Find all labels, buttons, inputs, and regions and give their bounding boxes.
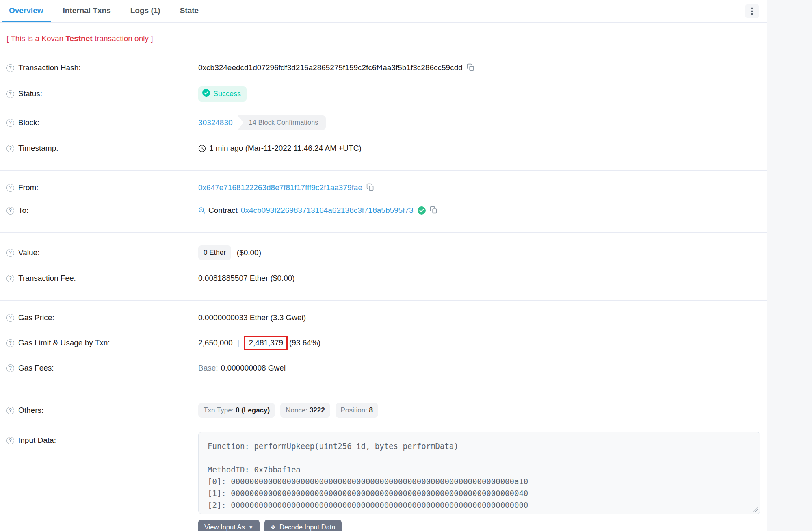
tab-logs[interactable]: Logs (1) [123, 0, 168, 22]
input-word-2: [2]: 00000000000000000000000000000000000… [208, 499, 751, 511]
to-address-link[interactable]: 0x4cb093f226983713164a62138c3f718a5b595f… [241, 206, 414, 215]
help-icon[interactable]: ? [6, 339, 14, 347]
row-gas-price: ? Gas Price: 0.0000000033 Ether (3.3 Gwe… [6, 306, 760, 329]
row-gas-fees: ? Gas Fees: Base: 0.000000008 Gwei [6, 357, 760, 379]
tab-bar: Overview Internal Txns Logs (1) State [0, 0, 767, 23]
clock-icon [198, 145, 206, 152]
tab-internal-txns[interactable]: Internal Txns [56, 0, 118, 22]
caret-down-icon: ▼ [249, 525, 253, 530]
gas-used-percent: (93.64%) [289, 338, 320, 347]
zoom-in-icon[interactable] [198, 207, 206, 214]
gas-price-label: Gas Price: [18, 313, 54, 322]
input-function-line: Function: performUpkeep(uint256 id, byte… [208, 440, 751, 452]
tab-state[interactable]: State [173, 0, 206, 22]
help-icon[interactable]: ? [6, 249, 14, 257]
others-label: Others: [18, 406, 43, 415]
copy-icon [467, 63, 474, 72]
from-address-link[interactable]: 0x647e7168122263d8e7f81f17fff9c2f1aa379f… [198, 183, 362, 192]
decode-icon: ❖ [271, 524, 276, 530]
copy-hash-button[interactable] [467, 63, 474, 72]
timestamp-value: 1 min ago (Mar-11-2022 11:46:24 AM +UTC) [209, 144, 362, 153]
copy-to-button[interactable] [430, 206, 437, 215]
row-others: ? Others: Txn Type: 0 (Legacy) Nonce: 32… [6, 396, 760, 425]
section-value: ? Value: 0 Ether ($0.00) ? Transaction F… [0, 233, 767, 301]
block-label: Block: [18, 118, 39, 127]
section-other: ? Others: Txn Type: 0 (Legacy) Nonce: 32… [0, 390, 767, 531]
banner-suffix: transaction only ] [93, 34, 153, 43]
decode-input-data-button[interactable]: ❖ Decode Input Data [264, 520, 342, 531]
row-from: ? From: 0x647e7168122263d8e7f81f17fff9c2… [6, 176, 760, 199]
tab-overview[interactable]: Overview [2, 0, 51, 22]
gas-used-annotation-box: 2,481,379 [244, 336, 288, 350]
copy-icon [430, 206, 437, 215]
block-number-link[interactable]: 30324830 [198, 118, 233, 127]
block-confirmations-badge: 14 Block Confirmations [238, 115, 326, 130]
section-gas: ? Gas Price: 0.0000000033 Ether (3.3 Gwe… [0, 301, 767, 390]
value-usd: ($0.00) [237, 248, 261, 257]
gas-limit-label: Gas Limit & Usage by Txn: [18, 338, 110, 347]
input-methodid-line: MethodID: 0x7bbaf1ea [208, 464, 751, 476]
input-data-label: Input Data: [18, 436, 56, 445]
nonce-badge: Nonce: 3222 [280, 403, 330, 418]
banner-prefix: [ This is a Kovan [6, 34, 65, 43]
transaction-fee-label: Transaction Fee: [18, 274, 76, 283]
help-icon[interactable]: ? [6, 64, 14, 72]
row-block: ? Block: 30324830 14 Block Confirmations [6, 108, 760, 137]
row-to: ? To: Contract 0x4cb093f226983713164a621… [6, 199, 760, 222]
input-word-1: [1]: 00000000000000000000000000000000000… [208, 488, 751, 499]
verified-check-circle-icon [418, 206, 426, 215]
testnet-banner: [ This is a Kovan Testnet transaction on… [0, 23, 767, 53]
help-icon[interactable]: ? [6, 437, 14, 444]
value-amount-badge: 0 Ether [198, 245, 231, 260]
status-value: Success [213, 90, 241, 98]
gas-separator: | [238, 338, 240, 347]
section-parties: ? From: 0x647e7168122263d8e7f81f17fff9c2… [0, 171, 767, 233]
status-badge: Success [198, 86, 247, 102]
banner-network: Testnet [65, 34, 92, 43]
help-icon[interactable]: ? [6, 407, 14, 414]
gas-price-value: 0.0000000033 Ether (3.3 Gwei) [198, 313, 306, 322]
row-input-data: ? Input Data: Function: performUpkeep(ui… [6, 425, 760, 531]
help-icon[interactable]: ? [6, 275, 14, 282]
row-transaction-hash: ? Transaction Hash: 0xcb324eedcd1d07296f… [6, 56, 760, 79]
row-gas-limit-usage: ? Gas Limit & Usage by Txn: 2,650,000 | … [6, 329, 760, 357]
more-options-button[interactable] [745, 4, 759, 18]
txn-type-badge: Txn Type: 0 (Legacy) [198, 403, 275, 418]
input-data-textarea[interactable]: Function: performUpkeep(uint256 id, byte… [198, 432, 760, 514]
copy-from-button[interactable] [366, 183, 374, 192]
gas-fees-base-value: 0.000000008 Gwei [221, 364, 286, 373]
from-label: From: [18, 183, 39, 192]
value-label: Value: [18, 248, 39, 257]
row-status: ? Status: Success [6, 79, 760, 108]
gas-used-value: 2,481,379 [249, 338, 283, 347]
status-label: Status: [18, 89, 42, 98]
gas-fees-base-label: Base: [198, 364, 218, 373]
vertical-ellipsis-icon [751, 7, 753, 15]
row-value: ? Value: 0 Ether ($0.00) [6, 238, 760, 267]
view-input-as-button[interactable]: View Input As ▼ [198, 520, 260, 531]
row-transaction-fee: ? Transaction Fee: 0.0081885507 Ether ($… [6, 267, 760, 290]
input-word-0: [0]: 00000000000000000000000000000000000… [208, 476, 751, 488]
check-circle-icon [202, 89, 210, 99]
help-icon[interactable]: ? [6, 207, 14, 215]
transaction-hash-value: 0xcb324eedcd1d07296fdf3d215a2865275f159c… [198, 63, 463, 72]
help-icon[interactable]: ? [6, 184, 14, 192]
transaction-hash-label: Transaction Hash: [18, 63, 80, 72]
copy-icon [366, 183, 374, 192]
transaction-detail-card: Overview Internal Txns Logs (1) State [ … [0, 0, 767, 531]
gas-fees-label: Gas Fees: [18, 364, 54, 373]
help-icon[interactable]: ? [6, 364, 14, 372]
row-timestamp: ? Timestamp: 1 min ago (Mar-11-2022 11:4… [6, 137, 760, 160]
section-summary: ? Transaction Hash: 0xcb324eedcd1d07296f… [0, 53, 767, 171]
to-type-label: Contract [208, 206, 238, 215]
help-icon[interactable]: ? [6, 314, 14, 322]
help-icon[interactable]: ? [6, 90, 14, 98]
help-icon[interactable]: ? [6, 145, 14, 152]
timestamp-label: Timestamp: [18, 144, 58, 153]
gas-limit-value: 2,650,000 [198, 338, 233, 347]
resize-handle[interactable] [753, 507, 758, 512]
transaction-fee-value: 0.0081885507 Ether ($0.00) [198, 274, 295, 283]
position-badge: Position: 8 [336, 403, 378, 418]
to-label: To: [18, 206, 28, 215]
help-icon[interactable]: ? [6, 119, 14, 127]
